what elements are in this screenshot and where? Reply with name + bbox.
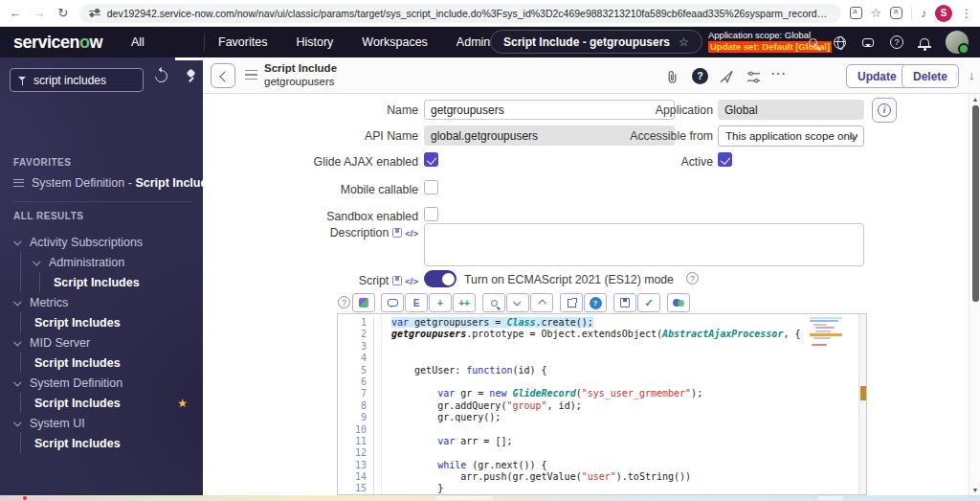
accessible-from-label: Accessible from xyxy=(567,129,713,143)
search-button[interactable] xyxy=(482,293,505,312)
navigator-filter-input[interactable] xyxy=(33,74,135,87)
next-record-icon[interactable]: ↓ xyxy=(969,68,975,82)
chat-icon[interactable] xyxy=(862,38,874,47)
field-language-icon[interactable] xyxy=(392,228,402,238)
servicenow-logo[interactable]: servicenow xyxy=(13,33,102,53)
tree-item-script-includes[interactable]: Script Includes xyxy=(0,312,203,332)
browser-menu-kebab-icon[interactable]: ⋮ xyxy=(961,8,972,19)
format-code-button[interactable] xyxy=(352,293,375,312)
delete-button[interactable]: Delete xyxy=(902,64,959,88)
personalize-form-icon[interactable] xyxy=(746,70,761,87)
browser-forward-icon[interactable]: → xyxy=(32,6,47,20)
scrollbar-thumb[interactable] xyxy=(972,105,979,302)
sandbox-enabled-checkbox[interactable] xyxy=(424,207,438,221)
pin-sidebar-icon[interactable] xyxy=(185,69,197,83)
script-code-editor[interactable]: 123456789101112131415 var getgroupusers … xyxy=(337,313,867,495)
extensions-icon[interactable] xyxy=(890,7,902,19)
activity-stream-icon[interactable] xyxy=(720,70,734,87)
form-help-icon[interactable]: ? xyxy=(692,68,708,84)
sandbox-enabled-label: Sandbox enabled xyxy=(203,210,418,223)
tree-item-administration[interactable]: Administration xyxy=(0,252,203,272)
browser-reload-icon[interactable]: ↻ xyxy=(56,6,71,20)
line-number: 7 xyxy=(338,388,367,399)
active-checkbox[interactable] xyxy=(718,152,732,167)
mobile-callable-checkbox[interactable] xyxy=(424,180,438,194)
screen: ← → ↻ dev192942.service-now.com/now/nav/… xyxy=(0,0,980,501)
tree-guide-line xyxy=(20,393,21,413)
ecmascript-help-icon[interactable]: ? xyxy=(686,272,699,285)
address-bar[interactable]: dev192942.service-now.com/now/nav/ui/cla… xyxy=(79,4,841,23)
code-line xyxy=(391,376,800,388)
script-label: Script</> xyxy=(203,274,418,287)
favorite-item-script-includes[interactable]: System Definition - Script Includes xyxy=(13,176,203,190)
tree-item-script-includes[interactable]: Script Includes xyxy=(0,433,203,453)
context-record-pill[interactable]: Script Include - getgroupusers ☆ xyxy=(490,30,702,54)
bookmark-star-icon[interactable]: ☆ xyxy=(871,7,882,19)
form-context-menu-icon[interactable] xyxy=(245,70,257,80)
ecmascript-mode-toggle[interactable] xyxy=(424,270,457,287)
translate-icon[interactable] xyxy=(850,7,862,19)
application-label: Application xyxy=(567,103,713,117)
browser-profile-avatar[interactable]: S xyxy=(935,5,952,22)
description-code-icon[interactable]: </> xyxy=(405,228,418,239)
find-previous-button[interactable] xyxy=(530,293,553,312)
accessible-from-select[interactable]: This application scope only xyxy=(718,125,864,147)
update-button[interactable]: Update xyxy=(846,64,908,88)
toggle-comment-button[interactable] xyxy=(381,293,404,312)
favorite-star-icon[interactable]: ★ xyxy=(177,397,188,410)
help-icon[interactable]: ? xyxy=(890,35,903,49)
form-header: Script Include getgroupusers ? ··· Updat… xyxy=(203,57,980,94)
scroll-up-arrow[interactable]: ▲ xyxy=(969,96,980,102)
syntax-check-button[interactable]: ✓ xyxy=(637,293,660,312)
tree-item-metrics[interactable]: Metrics xyxy=(0,292,203,312)
globe-icon[interactable] xyxy=(834,36,846,49)
refresh-icon[interactable] xyxy=(152,67,169,84)
form-scrollbar[interactable]: ▲ ▼ xyxy=(969,94,980,495)
find-next-button[interactable] xyxy=(506,293,529,312)
favorite-star-icon[interactable]: ☆ xyxy=(679,35,689,49)
tree-item-system-definition[interactable]: System Definition xyxy=(0,373,203,393)
notifications-bell-icon[interactable] xyxy=(920,38,929,47)
line-number: 4 xyxy=(338,353,367,364)
nav-item-favorites[interactable]: Favorites xyxy=(218,35,267,49)
more-actions-button[interactable]: ··· xyxy=(771,66,787,80)
tree-item-mid-server[interactable]: MID Server xyxy=(0,332,203,353)
script-code-icon[interactable]: </> xyxy=(405,276,418,286)
previous-record-icon[interactable]: ↑ xyxy=(953,68,960,82)
nav-item-workspaces[interactable]: Workspaces xyxy=(362,35,428,49)
nav-item-history[interactable]: History xyxy=(296,35,333,49)
nav-item-admin[interactable]: Admin xyxy=(457,35,490,49)
site-info-icon[interactable] xyxy=(89,9,100,18)
attachments-paperclip-icon[interactable] xyxy=(665,70,679,88)
tree-item-script-includes[interactable]: Script Includes★ xyxy=(0,393,203,413)
insert-macro-button[interactable]: + xyxy=(429,293,452,312)
user-avatar[interactable] xyxy=(946,31,969,54)
tree-item-system-ui[interactable]: System UI xyxy=(0,413,203,433)
tree-item-script-includes[interactable]: Script Includes xyxy=(0,272,203,292)
scroll-down-arrow[interactable]: ▼ xyxy=(969,487,980,493)
tree-item-script-includes[interactable]: Script Includes xyxy=(0,353,203,373)
tree-guide-line xyxy=(20,272,21,292)
code-line: arr.push(gr.getValue("user").toString()) xyxy=(391,471,800,483)
save-button[interactable] xyxy=(613,293,636,312)
open-fullscreen-button[interactable] xyxy=(560,293,583,312)
tree-item-activity-subscriptions[interactable]: Activity Subscriptions xyxy=(0,232,203,252)
description-textarea[interactable] xyxy=(424,223,864,266)
editor-annotation-strip[interactable] xyxy=(858,314,866,494)
glide-ajax-enabled-checkbox[interactable] xyxy=(424,152,438,167)
comment-lines-button[interactable]: E xyxy=(405,293,428,312)
nav-item-all[interactable]: All xyxy=(131,35,145,49)
browser-back-icon[interactable]: ← xyxy=(8,6,23,20)
application-info-button[interactable]: i xyxy=(872,98,897,123)
expand-macro-button[interactable]: ++ xyxy=(453,293,476,312)
script-language-icon[interactable] xyxy=(392,276,402,285)
media-controls-icon[interactable]: ♪ xyxy=(921,8,926,19)
scope-switch-button[interactable] xyxy=(667,293,690,312)
line-number-gutter: 123456789101112131415 xyxy=(338,317,374,495)
name-label: Name xyxy=(203,103,418,117)
line-number: 14 xyxy=(338,471,367,483)
search-icon[interactable] xyxy=(809,38,817,47)
api-help-button[interactable]: ? xyxy=(584,293,607,312)
navigator-filter[interactable] xyxy=(10,68,144,92)
back-button[interactable] xyxy=(211,63,235,88)
